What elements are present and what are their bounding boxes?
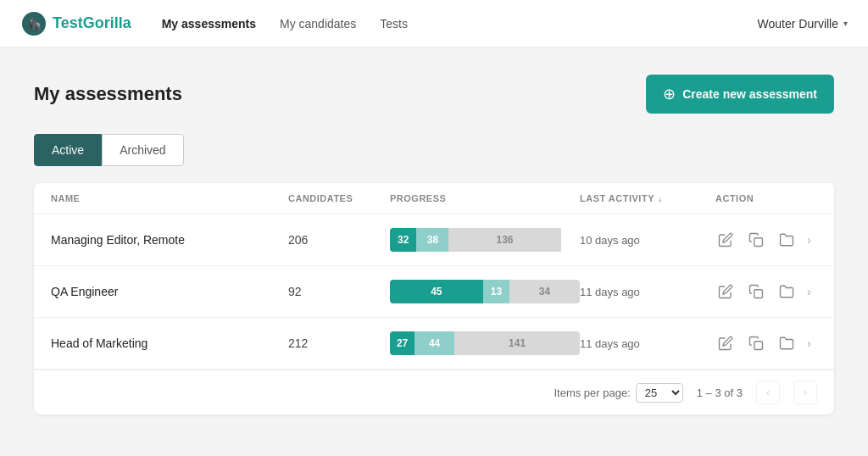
edit-icon[interactable] [715, 230, 736, 250]
tab-active[interactable]: Active [34, 134, 102, 166]
col-progress: PROGRESS [390, 193, 580, 203]
logo-text: TestGorilla [53, 14, 131, 32]
col-name: NAME [51, 193, 288, 203]
create-button-label: Create new assessment [682, 87, 817, 101]
pagination-next-button[interactable]: › [793, 381, 817, 404]
plus-icon: ⊕ [663, 85, 676, 103]
folder-icon[interactable] [776, 281, 797, 302]
page-title: My assessments [34, 83, 182, 105]
row-last-activity: 10 days ago [580, 234, 715, 247]
table-row: Head of Marketing 212 27 44 141 11 days … [34, 318, 834, 370]
progress-not-started: 136 [448, 228, 560, 252]
user-menu-chevron-icon: ▾ [843, 19, 848, 28]
table-row: Managing Editor, Remote 206 32 38 136 10… [34, 214, 834, 266]
row-last-activity: 11 days ago [580, 286, 715, 298]
items-per-page-select[interactable]: 25 50 100 [636, 383, 683, 403]
col-candidates: CANDIDATES [288, 193, 390, 203]
table-row: QA Engineer 92 45 13 34 11 days ago [34, 266, 834, 318]
row-chevron-icon[interactable]: › [807, 233, 811, 247]
tabs: Active Archived [34, 134, 834, 166]
progress-completed: 45 [390, 280, 483, 303]
table-header: NAME CANDIDATES PROGRESS LAST ACTIVITY ↓… [34, 183, 834, 214]
row-name: Managing Editor, Remote [51, 233, 288, 247]
edit-icon[interactable] [715, 333, 736, 353]
edit-icon[interactable] [715, 281, 736, 302]
row-action: › [715, 281, 817, 302]
nav-my-assessments[interactable]: My assessments [162, 17, 256, 31]
user-name: Wouter Durville [758, 17, 838, 31]
assessments-table: NAME CANDIDATES PROGRESS LAST ACTIVITY ↓… [34, 183, 834, 414]
nav-tests[interactable]: Tests [380, 17, 408, 31]
svg-rect-2 [754, 238, 763, 247]
row-name: QA Engineer [51, 285, 288, 298]
nav-links: My assessments My candidates Tests [162, 17, 758, 31]
logo-icon: 🦍 [20, 10, 47, 37]
items-per-page: Items per page: 25 50 100 [554, 383, 682, 403]
svg-rect-3 [754, 290, 763, 298]
svg-text:🦍: 🦍 [27, 17, 42, 31]
svg-rect-4 [754, 342, 763, 350]
items-per-page-label: Items per page: [554, 386, 630, 399]
progress-not-started: 141 [454, 331, 580, 355]
progress-in-progress: 13 [483, 280, 509, 303]
progress-completed: 27 [390, 331, 415, 355]
nav-my-candidates[interactable]: My candidates [280, 17, 356, 31]
main-content: My assessments ⊕ Create new assessment A… [0, 47, 868, 442]
progress-completed: 32 [390, 228, 416, 252]
tab-archived[interactable]: Archived [102, 134, 183, 166]
row-progress: 45 13 34 [390, 280, 580, 303]
row-progress: 32 38 136 [390, 228, 580, 252]
user-menu[interactable]: Wouter Durville ▾ [758, 17, 848, 31]
row-candidates: 206 [288, 233, 390, 247]
create-assessment-button[interactable]: ⊕ Create new assessment [646, 75, 834, 114]
row-chevron-icon[interactable]: › [807, 336, 811, 350]
pagination-prev-button[interactable]: ‹ [756, 381, 780, 404]
copy-icon[interactable] [746, 281, 766, 302]
col-last-activity[interactable]: LAST ACTIVITY ↓ [580, 193, 715, 203]
page-header: My assessments ⊕ Create new assessment [34, 75, 834, 114]
sort-arrow-icon: ↓ [658, 194, 663, 203]
row-action: › [715, 333, 817, 353]
row-name: Head of Marketing [51, 336, 288, 350]
row-candidates: 212 [288, 336, 390, 350]
col-action: ACTION [715, 193, 817, 203]
row-chevron-icon[interactable]: › [807, 285, 811, 298]
copy-icon[interactable] [746, 333, 766, 353]
row-candidates: 92 [288, 285, 390, 298]
row-last-activity: 11 days ago [580, 337, 715, 350]
brand-logo[interactable]: 🦍 TestGorilla [20, 10, 131, 37]
progress-not-started: 34 [509, 280, 580, 303]
copy-icon[interactable] [746, 230, 766, 250]
folder-icon[interactable] [776, 333, 797, 353]
row-progress: 27 44 141 [390, 331, 580, 355]
row-action: › [715, 230, 817, 250]
navbar: 🦍 TestGorilla My assessments My candidat… [0, 0, 868, 47]
folder-icon[interactable] [776, 230, 797, 250]
table-footer: Items per page: 25 50 100 1 – 3 of 3 ‹ › [34, 370, 834, 414]
progress-in-progress: 44 [415, 331, 454, 355]
pagination-info: 1 – 3 of 3 [697, 386, 743, 399]
progress-in-progress: 38 [416, 228, 448, 252]
